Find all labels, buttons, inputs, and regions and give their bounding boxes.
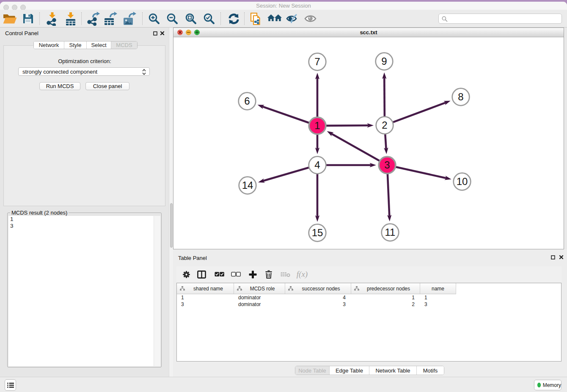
edge-3-11[interactable] (388, 173, 390, 217)
tab-network[interactable]: Network (34, 41, 64, 49)
open-session-button[interactable] (2, 10, 17, 28)
tab-node-table[interactable]: Node Table (295, 366, 330, 375)
zoom-in-button[interactable] (148, 10, 161, 28)
checked-boxes-icon (215, 272, 224, 277)
search-input[interactable] (449, 15, 561, 23)
column-header-label: name (432, 286, 444, 292)
edge-1-6[interactable] (262, 106, 310, 123)
graph-node-label-6: 6 (244, 95, 250, 107)
zoom-selected-button[interactable] (203, 10, 216, 28)
edge-2-9[interactable] (384, 77, 385, 117)
network-frame: scc.txt 7968124314101511 (173, 28, 564, 249)
eye-slash-icon (286, 14, 299, 24)
delete-table-button[interactable] (280, 266, 291, 282)
show-panels-button[interactable] (5, 379, 16, 391)
table-cell[interactable]: 4 (285, 294, 351, 301)
tab-select[interactable]: Select (87, 41, 111, 49)
result-item[interactable]: 1 (8, 216, 160, 223)
fit-content-button[interactable] (184, 10, 198, 28)
tab-mcds[interactable]: MCDS (111, 41, 137, 49)
memory-status-icon (537, 383, 541, 387)
edge-4-14[interactable] (263, 167, 310, 181)
edge-1-2[interactable] (325, 125, 369, 126)
column-header-name[interactable]: name (420, 283, 456, 294)
result-scrollbar[interactable] (154, 216, 160, 366)
import-table-button[interactable] (63, 10, 78, 28)
list-icon (7, 382, 14, 388)
edge-3-10[interactable] (395, 167, 447, 178)
toolbar-separator (220, 12, 221, 25)
duplicate-network-button[interactable] (250, 10, 263, 28)
float-table-panel-icon[interactable] (551, 255, 555, 259)
table-cell[interactable]: 1 (351, 294, 420, 301)
create-column-button[interactable] (248, 266, 258, 282)
graph-node-label-9: 9 (381, 55, 387, 67)
delete-column-button[interactable] (264, 266, 274, 282)
graph-node-label-15: 15 (312, 227, 323, 238)
table-cell[interactable]: 1 (177, 294, 234, 301)
mcds-result-list[interactable]: 13 (8, 216, 160, 366)
graph-node-label-4: 4 (314, 159, 320, 171)
tab-network-table[interactable]: Network Table (369, 366, 417, 375)
export-table-button[interactable] (103, 10, 118, 28)
result-item[interactable]: 3 (8, 223, 160, 229)
node-table[interactable]: shared nameMCDS rolesuccessor nodesprede… (176, 283, 561, 362)
column-header-label: successor nodes (302, 286, 340, 292)
function-builder-button[interactable]: f(x) (294, 266, 310, 282)
control-panel-scrollbar[interactable] (169, 28, 173, 377)
memory-label: Memory (543, 382, 561, 388)
zoom-out-button[interactable] (166, 10, 179, 28)
column-header-MCDS-role[interactable]: MCDS role (234, 283, 285, 294)
table-cell[interactable]: dominator (234, 301, 285, 308)
graph-node-label-14: 14 (242, 179, 253, 191)
tab-style[interactable]: Style (64, 41, 87, 49)
close-panel-icon[interactable] (160, 31, 165, 36)
show-columns-button[interactable] (195, 266, 207, 282)
edge-3-1[interactable] (331, 133, 380, 161)
table-cell[interactable]: 2 (351, 301, 420, 308)
column-header-label: predecessor nodes (367, 286, 410, 292)
edge-2-8[interactable] (392, 102, 446, 122)
criterion-dropdown-value: strongly connected component (22, 68, 97, 76)
close-table-panel-icon[interactable] (559, 255, 564, 259)
show-hidden-button[interactable] (304, 10, 317, 28)
table-cell[interactable]: 3 (285, 301, 351, 308)
eye-icon (304, 14, 317, 23)
column-type-icon (354, 286, 359, 291)
memory-button[interactable]: Memory (534, 380, 561, 390)
table-cell[interactable]: 3 (177, 301, 234, 308)
table-panel-tabs: Node TableEdge TableNetwork TableMotifs (295, 366, 444, 375)
column-header-successor-nodes[interactable]: successor nodes (285, 283, 351, 294)
refresh-button[interactable] (227, 10, 240, 28)
run-mcds-button[interactable]: Run MCDS (39, 82, 80, 90)
column-header-predecessor-nodes[interactable]: predecessor nodes (351, 283, 420, 294)
network-canvas[interactable]: 7968124314101511 (173, 37, 564, 249)
table-cell[interactable]: dominator (234, 294, 285, 301)
edge-2-3[interactable] (385, 133, 386, 149)
export-network-button[interactable] (86, 10, 100, 28)
scrollbar-thumb[interactable] (170, 203, 173, 248)
search-box (438, 14, 562, 24)
export-image-button[interactable] (122, 10, 136, 28)
criterion-dropdown[interactable]: strongly connected component (18, 67, 150, 76)
table-toolbar: f(x) (176, 266, 561, 282)
import-network-button[interactable] (44, 10, 59, 28)
table-settings-button[interactable] (181, 266, 192, 282)
open-folder-icon (3, 13, 17, 25)
column-header-shared-name[interactable]: shared name (177, 283, 234, 294)
toolbar-separator (244, 12, 245, 25)
mcds-result-title: MCDS result (2 nodes) (10, 210, 69, 216)
save-session-button[interactable] (22, 10, 34, 28)
tab-edge-table[interactable]: Edge Table (330, 366, 369, 375)
close-panel-button[interactable]: Close panel (85, 82, 129, 90)
hide-selected-button[interactable] (285, 10, 299, 28)
tab-motifs[interactable]: Motifs (417, 366, 444, 375)
network-frame-titlebar[interactable]: scc.txt (173, 28, 564, 37)
window-titlebar: Session: New Session (0, 2, 567, 10)
show-all-button[interactable] (267, 10, 282, 28)
float-panel-icon[interactable] (153, 31, 157, 36)
table-cell[interactable]: 1 (420, 294, 456, 301)
deselect-all-button[interactable] (230, 266, 241, 282)
select-all-button[interactable] (214, 266, 225, 282)
table-cell[interactable]: 3 (420, 301, 456, 308)
